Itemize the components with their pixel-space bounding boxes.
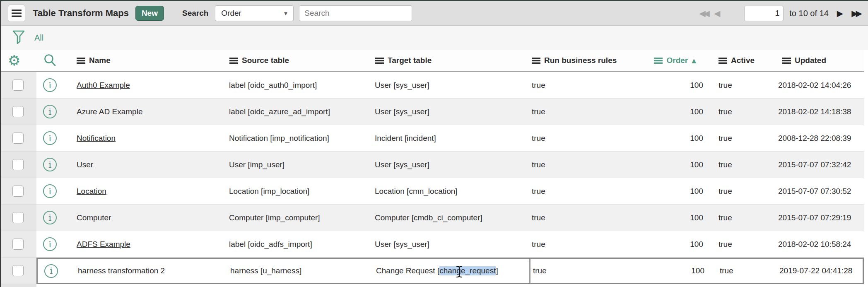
column-header-run-business-rules[interactable]: Run business rules <box>529 56 638 65</box>
column-header-target-table[interactable]: Target table <box>373 56 529 65</box>
order-cell[interactable]: 100 <box>638 160 706 169</box>
record-link[interactable]: Auth0 Example <box>77 81 130 89</box>
row-checkbox-cell <box>0 99 36 125</box>
updated-cell[interactable]: 2018-02-02 14:04:26 <box>772 81 864 90</box>
order-cell[interactable]: 100 <box>638 213 706 222</box>
source-table-cell[interactable]: harness [u_harness] <box>228 266 374 275</box>
source-table-cell[interactable]: Notification [imp_notification] <box>227 134 373 143</box>
source-table-cell[interactable]: User [imp_user] <box>227 160 373 169</box>
sort-ascending-icon: ▲ <box>692 57 696 64</box>
table-row: i ADFS Example label [oidc_adfs_import] … <box>0 231 864 258</box>
target-table-cell[interactable]: Computer [cmdb_ci_computer] <box>373 213 529 222</box>
row-checkbox[interactable] <box>12 106 24 117</box>
previous-page-icon[interactable]: ◀ <box>714 9 720 17</box>
new-button[interactable]: New <box>135 6 164 21</box>
partial-next-row <box>0 284 864 287</box>
source-table-cell[interactable]: label [oidc_azure_ad_import] <box>227 107 373 116</box>
info-icon[interactable]: i <box>43 78 57 92</box>
column-header-updated[interactable]: Updated <box>772 56 864 65</box>
target-table-cell[interactable]: User [sys_user] <box>373 160 529 169</box>
order-cell[interactable]: 100 <box>638 240 706 249</box>
updated-cell[interactable]: 2008-12-28 22:08:39 <box>772 134 864 143</box>
record-link[interactable]: Azure AD Example <box>77 107 142 116</box>
row-checkbox[interactable] <box>12 80 24 91</box>
search-column-select[interactable]: Order ▼ <box>215 5 294 21</box>
row-checkbox[interactable] <box>12 186 24 197</box>
updated-cell[interactable]: 2018-02-02 10:58:24 <box>772 240 864 249</box>
list-context-menu-button[interactable] <box>8 5 25 22</box>
info-icon[interactable]: i <box>43 105 57 118</box>
run-business-rules-cell[interactable]: true <box>529 187 638 196</box>
list-search-toggle[interactable] <box>36 53 75 68</box>
row-checkbox[interactable] <box>12 159 24 170</box>
updated-cell[interactable]: 2019-07-22 04:41:28 <box>774 266 863 275</box>
active-cell[interactable]: true <box>706 213 772 222</box>
personalize-list-button[interactable]: ⚙ <box>0 50 36 71</box>
row-checkbox[interactable] <box>12 133 24 144</box>
target-table-cell[interactable]: Incident [incident] <box>373 134 529 143</box>
record-link[interactable]: Computer <box>77 213 111 222</box>
record-link[interactable]: ADFS Example <box>77 240 130 248</box>
source-table-cell[interactable]: Location [imp_location] <box>227 187 373 196</box>
active-cell[interactable]: true <box>706 160 772 169</box>
info-icon[interactable]: i <box>43 237 57 251</box>
info-icon[interactable]: i <box>43 158 57 171</box>
info-icon[interactable]: i <box>43 184 57 198</box>
info-icon[interactable]: i <box>43 211 57 224</box>
run-business-rules-cell[interactable]: true <box>529 213 638 222</box>
order-cell[interactable]: 100 <box>639 266 707 275</box>
target-table-cell[interactable]: Change Request [change_request] <box>374 259 530 283</box>
active-cell[interactable]: true <box>707 266 774 275</box>
record-link[interactable]: Notification <box>77 134 116 142</box>
table-row: i harness transformation 2 harness [u_ha… <box>0 258 864 284</box>
target-table-cell[interactable]: User [sys_user] <box>373 81 529 90</box>
order-cell[interactable]: 100 <box>638 187 706 196</box>
record-link[interactable]: harness transformation 2 <box>78 266 165 275</box>
order-cell[interactable]: 100 <box>638 107 706 116</box>
order-cell[interactable]: 100 <box>638 134 706 143</box>
target-table-cell[interactable]: User [sys_user] <box>373 240 529 249</box>
order-cell[interactable]: 100 <box>638 81 706 90</box>
target-table-cell[interactable]: Location [cmn_location] <box>373 187 529 196</box>
filter-icon[interactable] <box>12 30 25 45</box>
source-table-cell[interactable]: Computer [imp_computer] <box>227 213 373 222</box>
run-business-rules-cell[interactable]: true <box>529 240 638 249</box>
column-header-active[interactable]: Active <box>706 56 772 65</box>
record-link[interactable]: Location <box>77 187 106 195</box>
column-menu-icon <box>532 58 540 64</box>
updated-cell[interactable]: 2015-07-07 07:29:19 <box>772 213 864 222</box>
run-business-rules-cell[interactable]: true <box>529 81 638 90</box>
page-number-input[interactable] <box>744 6 784 21</box>
column-header-source-table[interactable]: Source table <box>227 56 373 65</box>
last-page-icon[interactable]: ▶▶ <box>851 9 862 17</box>
run-business-rules-cell[interactable]: true <box>529 107 638 116</box>
info-icon[interactable]: i <box>43 131 57 145</box>
target-table-cell[interactable]: User [sys_user] <box>373 107 529 116</box>
run-business-rules-cell[interactable]: true <box>530 266 639 275</box>
updated-cell[interactable]: 2018-02-02 14:18:38 <box>772 107 864 116</box>
column-header-name[interactable]: Name <box>75 56 227 65</box>
next-page-icon[interactable]: ▶ <box>837 9 843 17</box>
active-cell[interactable]: true <box>706 134 772 143</box>
updated-cell[interactable]: 2015-07-07 07:32:42 <box>772 160 864 169</box>
first-page-icon[interactable]: ◀◀ <box>699 9 710 17</box>
active-cell[interactable]: true <box>706 81 772 90</box>
updated-cell[interactable]: 2015-07-07 07:30:52 <box>772 187 864 196</box>
active-cell[interactable]: true <box>706 240 772 249</box>
source-table-cell[interactable]: label [oidc_auth0_import] <box>227 81 373 90</box>
run-business-rules-cell[interactable]: true <box>529 134 638 143</box>
column-header-order[interactable]: Order ▲ <box>638 56 706 65</box>
run-business-rules-cell[interactable]: true <box>529 160 638 169</box>
info-icon[interactable]: i <box>44 264 58 278</box>
search-input[interactable] <box>299 5 412 21</box>
row-checkbox[interactable] <box>12 239 24 250</box>
record-link[interactable]: User <box>77 160 93 169</box>
active-cell[interactable]: true <box>706 107 772 116</box>
filter-condition-all[interactable]: All <box>34 33 43 43</box>
row-checkbox[interactable] <box>12 212 24 223</box>
screen-top-edge <box>0 0 868 1</box>
row-checkbox[interactable] <box>12 265 24 276</box>
dropdown-arrow-icon: ▼ <box>283 10 288 17</box>
source-table-cell[interactable]: label [oidc_adfs_import] <box>227 240 373 249</box>
active-cell[interactable]: true <box>706 187 772 196</box>
